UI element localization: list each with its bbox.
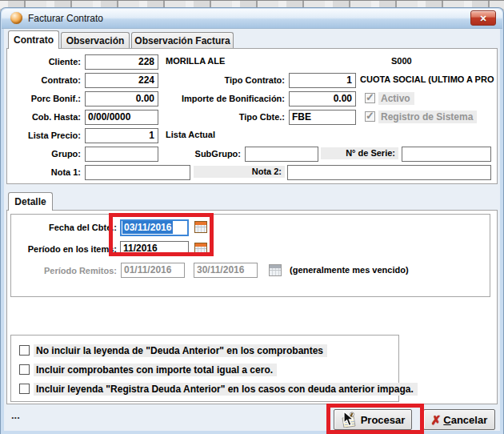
close-button[interactable]: ✕ — [470, 10, 496, 26]
serie-input[interactable] — [402, 147, 491, 162]
registro-sistema-checkbox: ✓ — [365, 111, 375, 122]
close-icon: ✕ — [479, 14, 486, 23]
tab-contrato[interactable]: Contrato — [8, 30, 59, 49]
contrato-input[interactable]: 224 — [85, 73, 158, 88]
periodo-remitos-desde-input: 01/11/2016 — [121, 263, 185, 278]
window-title: Facturar Contrato — [28, 13, 103, 24]
activo-checkbox: ✓ — [365, 93, 375, 103]
periodo-remitos-label: Período Remitos: — [13, 265, 117, 277]
nota2-input[interactable] — [287, 165, 491, 180]
nota1-label: Nota 1: — [9, 167, 81, 179]
cob-hasta-label: Cob. Hasta: — [9, 111, 81, 123]
tipo-cbte-input[interactable]: FBE — [289, 110, 356, 125]
cancel-x-icon: ✗ — [431, 414, 442, 426]
fechas-groupbox: Fecha del Cbte.: 03/11/2016 Período en l… — [10, 214, 490, 297]
periodo-items-label: Período en los items: — [13, 243, 117, 255]
periodo-remitos-hint: (generalmente mes vencido) — [290, 265, 409, 275]
lista-precio-input[interactable]: 1 — [85, 128, 158, 143]
annotation-rect-dates — [109, 213, 214, 256]
contrato-label: Contrato: — [9, 74, 81, 86]
tipo-cbte-label: Tipo Cbte.: — [159, 111, 285, 123]
contrato-tab-page: Cliente: 228 MORILLA ALE S000 Contrato: … — [6, 48, 498, 184]
cliente-nombre: MORILLA ALE — [166, 56, 225, 66]
tipo-contrato-desc: CUOTA SOCIAL (ULTIMO A PRO — [360, 74, 496, 84]
subgrupo-label: SubGrupo: — [159, 148, 241, 160]
calendar-icon-periodo-remitos — [269, 264, 282, 276]
tab-observacion[interactable]: Observación — [61, 32, 130, 49]
subgrupo-input[interactable] — [245, 147, 318, 162]
registro-sistema-label: Registro de Sistema — [378, 111, 477, 123]
fecha-cbte-label: Fecha del Cbte.: — [13, 222, 117, 234]
grupo-input[interactable] — [85, 147, 158, 162]
importe-bonif-label: Importe de Bonificación: — [159, 93, 285, 105]
cliente-codigo: S000 — [391, 56, 412, 66]
periodo-remitos-hasta-input: 30/11/2016 — [194, 263, 258, 278]
tipo-contrato-label: Tipo Contrato: — [159, 74, 285, 86]
activo-label: Activo — [378, 92, 414, 105]
annotation-rect-procesar — [326, 404, 424, 434]
lista-actual-text: Lista Actual — [166, 130, 215, 139]
nota1-input[interactable] — [85, 165, 190, 180]
cancelar-label: Cancelar — [443, 414, 487, 426]
nota2-label: Nota 2: — [194, 166, 285, 178]
porc-bonif-label: Porc Bonif.: — [9, 93, 81, 105]
checkbox-incluir-leyenda-registra-label: Incluir leyenda "Registra Deuda Anterior… — [34, 383, 418, 396]
grupo-label: Grupo: — [9, 148, 81, 160]
tipo-contrato-input[interactable]: 1 — [289, 73, 356, 88]
check-icon: ✓ — [366, 91, 374, 103]
serie-label: N° de Serie: — [321, 147, 398, 159]
porc-bonif-input[interactable]: 0.00 — [85, 91, 158, 106]
cliente-input[interactable]: 228 — [85, 54, 158, 70]
checkbox-incluir-importe-cero[interactable] — [19, 364, 30, 375]
titlebar[interactable]: Facturar Contrato ✕ — [2, 9, 502, 29]
tab-detalle[interactable]: Detalle — [8, 192, 53, 211]
checkbox-incluir-importe-cero-label: Incluir comprobantes con importe total i… — [34, 364, 277, 376]
app-icon — [10, 12, 22, 24]
screenshot-root: Facturar Contrato ✕ Contrato Observación… — [0, 0, 504, 434]
checkbox-no-incluir-leyenda[interactable] — [19, 345, 30, 356]
cliente-label: Cliente: — [9, 56, 81, 68]
opciones-groupbox: No incluir la leyenda de "Deuda Anterior… — [10, 335, 399, 402]
importe-bonif-input[interactable]: 0.00 — [289, 91, 356, 106]
cob-hasta-input[interactable]: 0/00/0000 — [85, 110, 158, 125]
check-icon: ✓ — [366, 110, 374, 122]
checkbox-incluir-leyenda-registra[interactable] — [19, 384, 30, 394]
lista-precio-label: Lista Precio: — [9, 130, 81, 142]
checkbox-no-incluir-leyenda-label: No incluir la leyenda de "Deuda Anterior… — [34, 344, 327, 357]
cancelar-button[interactable]: ✗ Cancelar — [423, 409, 495, 430]
footer-dots: ... — [11, 409, 20, 421]
tab-observacion-factura[interactable]: Observación Factura — [131, 32, 234, 49]
detalle-tab-page: Fecha del Cbte.: 03/11/2016 Período en l… — [6, 210, 498, 404]
